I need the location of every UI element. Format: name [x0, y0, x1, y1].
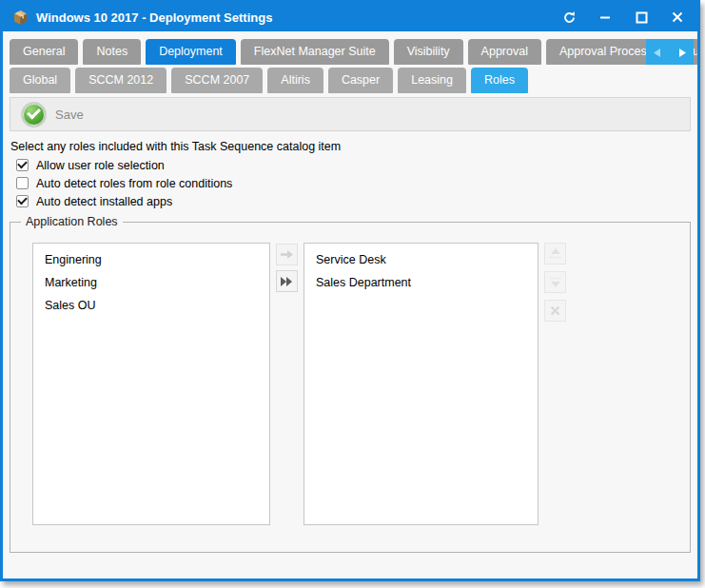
refresh-button[interactable]: [555, 6, 583, 29]
move-up-button[interactable]: [544, 243, 566, 265]
move-up-icon: [549, 248, 562, 259]
titlebar: Windows 10 2017 - Deployment Settings: [3, 3, 697, 31]
deployment-settings-window: Windows 10 2017 - Deployment Settings Ge…: [0, 0, 700, 581]
groupbox-label: Application Roles: [21, 215, 123, 228]
minimize-button[interactable]: [591, 6, 619, 29]
remove-x-icon: [550, 305, 560, 316]
list-item-sales-ou[interactable]: Sales OU: [33, 294, 269, 317]
checkbox-row-auto-detect-installed-apps: Auto detect installed apps: [16, 192, 697, 210]
move-all-right-button[interactable]: [276, 270, 298, 292]
close-button[interactable]: [663, 6, 692, 29]
tab-notes[interactable]: Notes: [83, 39, 141, 65]
list-item-marketing[interactable]: Marketing: [33, 271, 269, 294]
close-icon: [672, 11, 683, 23]
list-item-service-desk[interactable]: Service Desk: [304, 248, 538, 271]
checkbox-row-auto-detect-roles-from-role-conditions: Auto detect roles from role conditions: [16, 174, 697, 192]
list-item-sales-department[interactable]: Sales Department: [304, 271, 538, 294]
tab-strip-primary: GeneralNotesDeploymentFlexNet Manager Su…: [3, 39, 697, 65]
tab-altiris[interactable]: Altiris: [267, 68, 323, 93]
scroll-left-button[interactable]: [654, 44, 660, 61]
green-check-circle-icon: [21, 102, 47, 127]
move-down-icon: [549, 277, 562, 287]
maximize-icon: [636, 11, 648, 24]
checkbox-allow-user-role-selection[interactable]: [16, 159, 29, 171]
roles-instruction-text: Select any roles included with this Task…: [10, 140, 697, 153]
maximize-button[interactable]: [627, 6, 656, 29]
remove-role-button[interactable]: [544, 300, 566, 322]
checkbox-label: Allow user role selection: [36, 159, 165, 172]
tab-global[interactable]: Global: [10, 68, 70, 93]
refresh-icon: [562, 10, 577, 25]
tab-approval[interactable]: Approval: [468, 39, 541, 65]
tab-sccm-2007[interactable]: SCCM 2007: [171, 68, 263, 93]
tab-sccm-2012[interactable]: SCCM 2012: [75, 68, 166, 93]
arrow-right-icon: [281, 250, 293, 259]
save-button[interactable]: Save: [21, 102, 84, 127]
scroll-left-icon: [654, 49, 660, 57]
tab-deployment[interactable]: Deployment: [146, 39, 236, 65]
tab-strip-deployment: GlobalSCCM 2012SCCM 2007AltirisCasperLea…: [3, 68, 697, 93]
assigned-roles-list[interactable]: Service DeskSales Department: [304, 243, 539, 525]
toolbar: Save: [10, 97, 691, 131]
tab-visibility[interactable]: Visibility: [394, 39, 463, 65]
window-title: Windows 10 2017 - Deployment Settings: [36, 10, 547, 25]
move-right-button[interactable]: [276, 244, 298, 265]
tab-flexnet-manager-suite[interactable]: FlexNet Manager Suite: [241, 39, 389, 65]
double-arrow-right-icon: [281, 277, 293, 286]
move-down-button[interactable]: [544, 271, 566, 293]
checkbox-row-allow-user-role-selection: Allow user role selection: [16, 156, 697, 174]
scroll-right-button[interactable]: [679, 44, 686, 61]
tab-leasing[interactable]: Leasing: [398, 68, 466, 93]
save-button-label: Save: [55, 108, 84, 122]
tab-roles[interactable]: Roles: [471, 68, 528, 93]
minimize-icon: [599, 11, 611, 23]
checkbox-auto-detect-roles-from-role-conditions[interactable]: [16, 177, 29, 189]
checkbox-label: Auto detect roles from role conditions: [36, 177, 232, 190]
list-item-enginering[interactable]: Enginering: [33, 248, 269, 271]
tab-casper[interactable]: Casper: [328, 68, 393, 93]
role-options-checkbox-group: Allow user role selectionAuto detect rol…: [3, 156, 697, 210]
tab-general[interactable]: General: [10, 39, 78, 65]
checkbox-label: Auto detect installed apps: [36, 195, 172, 208]
available-roles-list[interactable]: EngineringMarketingSales OU: [32, 243, 270, 525]
checkbox-auto-detect-installed-apps[interactable]: [16, 195, 29, 207]
package-icon: [12, 10, 29, 26]
tab-scroll-box: [646, 39, 694, 65]
scroll-right-icon: [679, 49, 686, 57]
application-roles-groupbox: Application Roles EngineringMarketingSal…: [10, 222, 691, 553]
